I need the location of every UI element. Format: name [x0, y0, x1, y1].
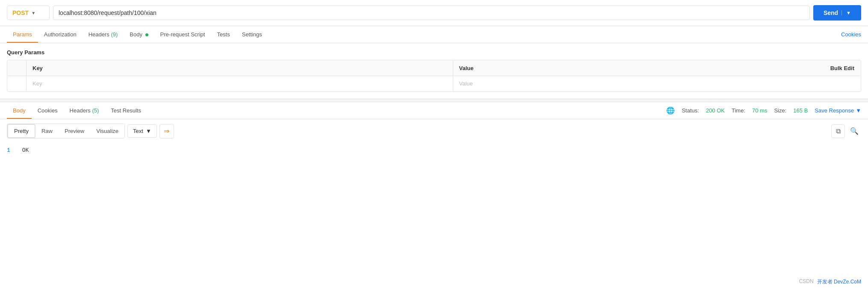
- url-bar: POST ▼ Send ▼: [0, 0, 868, 26]
- params-table-container: Key Value Bulk Edit Key Value: [7, 60, 861, 92]
- response-tab-body[interactable]: Body: [7, 102, 32, 119]
- send-button[interactable]: Send ▼: [813, 5, 861, 21]
- tab-pre-request-script[interactable]: Pre-request Script: [154, 26, 211, 43]
- size-label: Size:: [774, 107, 786, 114]
- response-content: OK: [22, 147, 29, 153]
- send-dropdown-icon: ▼: [841, 10, 851, 15]
- format-type-label: Text: [133, 128, 143, 134]
- key-placeholder: Key: [32, 80, 42, 87]
- save-response-button[interactable]: Save Response ▼: [815, 107, 861, 114]
- save-response-chevron-icon: ▼: [856, 107, 861, 114]
- list-item: 1 OK: [7, 147, 861, 153]
- status-value: 200 OK: [706, 107, 725, 114]
- response-headers-badge: (5): [92, 107, 99, 114]
- section-divider: [0, 99, 868, 102]
- format-btn-preview[interactable]: Preview: [59, 124, 90, 138]
- url-input-wrapper: [53, 6, 810, 20]
- status-info: 🌐 Status: 200 OK Time: 70 ms Size: 165 B…: [666, 106, 861, 115]
- tab-body[interactable]: Body: [124, 26, 154, 43]
- col-header-checkbox: [8, 61, 27, 76]
- params-table: Key Value Bulk Edit Key Value: [7, 60, 861, 91]
- method-chevron-icon: ▼: [31, 11, 35, 15]
- row-bulk-cell: [814, 76, 861, 91]
- table-row: Key Value: [8, 76, 861, 91]
- status-label: Status:: [682, 107, 699, 114]
- row-key-cell[interactable]: Key: [27, 76, 453, 91]
- globe-icon: 🌐: [666, 106, 675, 115]
- format-toolbar: Pretty Raw Preview Visualize Text ▼ ⇒ ⧉ …: [0, 119, 868, 143]
- tab-tests[interactable]: Tests: [211, 26, 236, 43]
- format-btn-visualize[interactable]: Visualize: [90, 124, 124, 138]
- wrap-icon: ⇒: [164, 127, 169, 135]
- format-btn-raw[interactable]: Raw: [35, 124, 59, 138]
- format-type-chevron-icon: ▼: [146, 128, 151, 134]
- value-placeholder: Value: [459, 80, 473, 87]
- body-dot-icon: [145, 33, 148, 36]
- response-tab-cookies[interactable]: Cookies: [32, 102, 64, 119]
- col-header-key: Key: [27, 61, 453, 76]
- col-header-value: Value: [453, 61, 814, 76]
- tab-headers[interactable]: Headers (9): [83, 26, 124, 43]
- headers-badge: (9): [111, 31, 118, 38]
- row-checkbox-cell: [8, 76, 27, 91]
- url-input[interactable]: [59, 9, 804, 16]
- format-type-selector[interactable]: Text ▼: [127, 124, 157, 138]
- cookies-link[interactable]: Cookies: [841, 31, 861, 38]
- bulk-edit-button[interactable]: Bulk Edit: [830, 65, 854, 71]
- search-button[interactable]: 🔍: [847, 124, 861, 138]
- time-value: 70 ms: [752, 107, 767, 114]
- tab-settings[interactable]: Settings: [236, 26, 268, 43]
- search-icon: 🔍: [850, 127, 859, 135]
- tab-params[interactable]: Params: [7, 26, 38, 43]
- response-tabs-bar: Body Cookies Headers (5) Test Results 🌐 …: [0, 102, 868, 119]
- response-tab-test-results[interactable]: Test Results: [105, 102, 147, 119]
- query-params-title: Query Params: [7, 49, 861, 56]
- response-section: Body Cookies Headers (5) Test Results 🌐 …: [0, 102, 868, 158]
- wrap-button[interactable]: ⇒: [159, 124, 174, 139]
- method-label: POST: [12, 9, 29, 16]
- method-selector[interactable]: POST ▼: [7, 6, 50, 20]
- tab-authorization[interactable]: Authorization: [38, 26, 83, 43]
- format-btn-pretty[interactable]: Pretty: [7, 124, 35, 138]
- size-value: 165 B: [793, 107, 808, 114]
- query-params-section: Query Params Key Value Bulk Edit: [0, 43, 868, 92]
- line-number: 1: [7, 147, 19, 153]
- request-tabs: Params Authorization Headers (9) Body Pr…: [0, 26, 868, 43]
- format-btn-group: Pretty Raw Preview Visualize: [7, 124, 125, 139]
- time-label: Time:: [732, 107, 745, 114]
- row-value-cell[interactable]: Value: [453, 76, 814, 91]
- send-label: Send: [824, 9, 838, 16]
- response-body: 1 OK: [0, 143, 868, 158]
- col-header-bulk: Bulk Edit: [814, 61, 861, 76]
- copy-button[interactable]: ⧉: [831, 124, 845, 138]
- response-tab-headers[interactable]: Headers (5): [64, 102, 105, 119]
- copy-icon: ⧉: [836, 127, 841, 135]
